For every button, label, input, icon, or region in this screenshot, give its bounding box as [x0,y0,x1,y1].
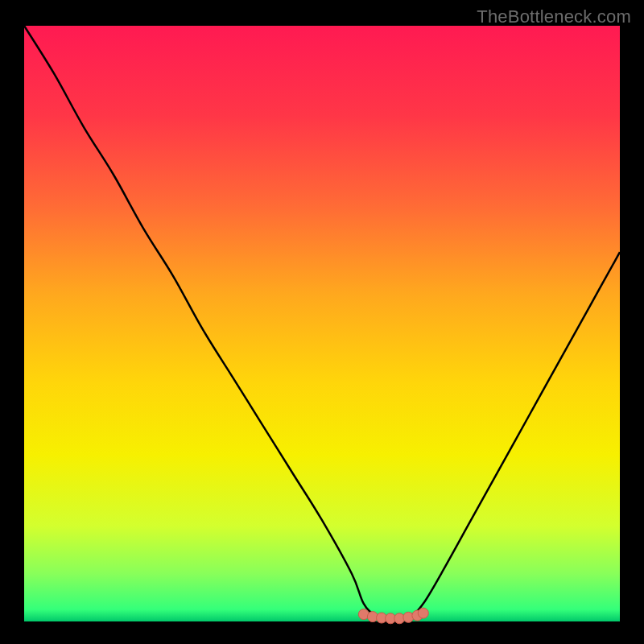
bottleneck-chart [0,0,644,644]
plot-background [24,26,620,621]
watermark-text: TheBottleneck.com [477,6,631,27]
flat-marker [418,608,428,618]
chart-frame: TheBottleneck.com [0,0,644,644]
